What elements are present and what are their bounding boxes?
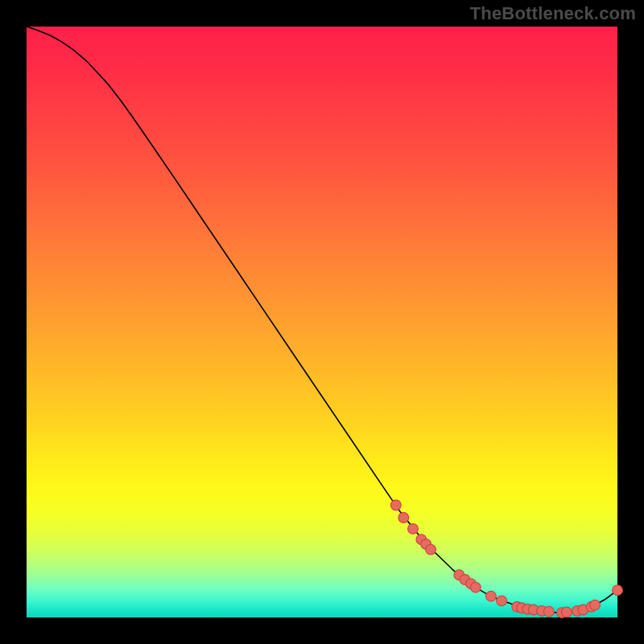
marker-dot xyxy=(390,500,401,510)
marker-dot xyxy=(497,596,507,606)
marker-dot xyxy=(426,544,436,555)
marker-dot xyxy=(613,585,623,596)
marker-dot xyxy=(562,607,572,617)
marker-dot xyxy=(486,591,497,601)
marker-dot xyxy=(544,606,555,617)
marker-group xyxy=(390,500,622,617)
curve-layer xyxy=(27,27,617,617)
marker-dot xyxy=(408,524,419,535)
marker-dot xyxy=(398,513,409,523)
curve-path xyxy=(27,27,617,613)
marker-dot xyxy=(590,600,601,610)
marker-dot xyxy=(470,582,481,592)
watermark-text: TheBottleneck.com xyxy=(470,3,636,24)
chart-stage: TheBottleneck.com xyxy=(0,0,644,644)
